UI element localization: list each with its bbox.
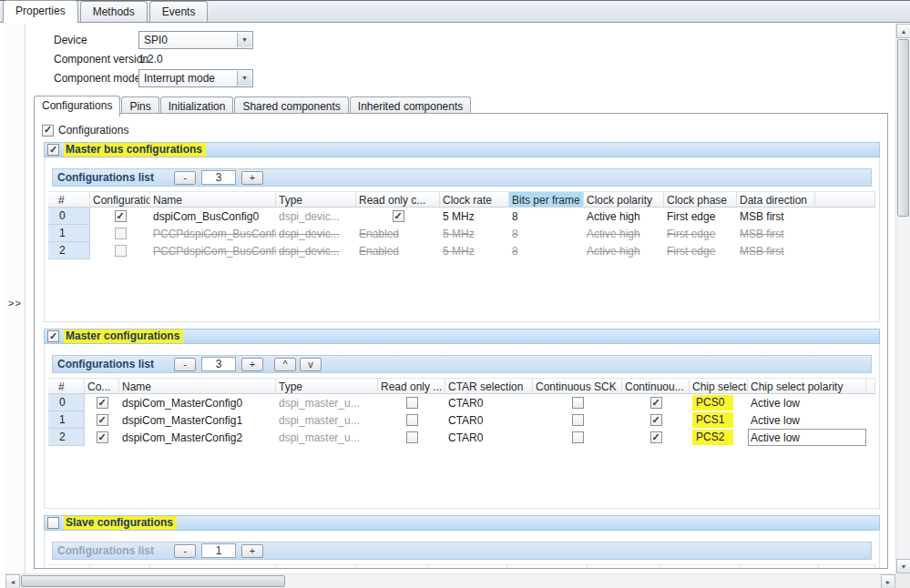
move-up-button[interactable]: ^ (274, 358, 296, 371)
read-only-checkbox[interactable] (393, 210, 404, 222)
master-bus-checkbox[interactable] (47, 144, 59, 156)
column-header[interactable]: Bits per frame (429, 565, 507, 569)
column-header[interactable]: Chip select polarity (748, 379, 866, 393)
cell-chip-select-polarity[interactable]: Active low (748, 429, 866, 446)
column-header[interactable]: Chip select (690, 379, 748, 393)
master-bus-section-body: Configurations list - 3 + # Configuratio… (44, 157, 880, 322)
cell-configuration (90, 242, 150, 259)
master-checkbox[interactable] (47, 330, 59, 342)
properties-content: Device SPI0 ▼ Component version 1.2.0 Co… (26, 24, 895, 573)
column-header[interactable]: Clock polarity (507, 565, 588, 569)
read-only-checkbox[interactable] (406, 414, 418, 426)
row-enabled-checkbox[interactable] (97, 414, 108, 426)
column-header[interactable]: Co... (85, 379, 119, 393)
column-header[interactable]: Type (276, 379, 378, 393)
column-header[interactable]: Clock polarity (584, 192, 664, 207)
component-mode-combobox[interactable]: Interrupt mode ▼ (138, 69, 253, 87)
column-header[interactable]: Type (276, 565, 356, 569)
column-header[interactable]: Configuration (90, 192, 150, 207)
add-config-button[interactable]: + (241, 171, 263, 185)
component-mode-value: Interrupt mode (144, 72, 215, 85)
column-header[interactable]: Name (150, 192, 276, 207)
cell-type: dspi_devic... (276, 225, 356, 242)
column-header[interactable]: CTAR selection (445, 379, 533, 393)
read-only-checkbox[interactable] (406, 431, 418, 443)
remove-config-button[interactable]: - (174, 171, 196, 185)
cell-bits-per-frame: 8 (509, 242, 584, 259)
config-count-field[interactable]: 3 (201, 357, 236, 371)
tab-events[interactable]: Events (149, 1, 209, 23)
scroll-left-icon[interactable]: ◄ (5, 574, 20, 588)
config-count-field[interactable]: 1 (201, 543, 236, 558)
configurations-checkbox[interactable] (42, 125, 54, 137)
device-combobox[interactable]: SPI0 ▼ (138, 31, 253, 49)
column-header[interactable]: Continuous SCK (533, 379, 622, 393)
tab-configurations-label: Configurations (42, 99, 112, 112)
remove-config-button[interactable]: - (174, 358, 196, 371)
continuous-sck-checkbox[interactable] (572, 431, 584, 443)
table-row[interactable]: 0 dspiCom_MasterConfig0 dspi_master_u...… (48, 394, 875, 411)
master-bus-section-header: Master bus configurations (44, 142, 880, 157)
add-config-button[interactable]: + (241, 358, 263, 371)
row-enabled-checkbox[interactable] (97, 397, 108, 409)
column-header[interactable]: Type (276, 192, 356, 207)
chevron-down-icon[interactable]: ▼ (237, 71, 251, 86)
column-header[interactable]: Continuou... (622, 379, 690, 393)
tab-configurations[interactable]: Configurations (34, 96, 120, 117)
row-enabled-checkbox[interactable] (97, 431, 108, 443)
column-header[interactable]: Read only ... (356, 565, 429, 569)
tab-properties[interactable]: Properties (3, 0, 78, 23)
column-header[interactable]: # (48, 379, 85, 393)
table-row[interactable]: 1 PCCPdspiCom_BusConfig1 dspi_devic... E… (48, 225, 875, 242)
column-header-selected[interactable]: Bits per frame (509, 192, 584, 207)
column-filler (819, 565, 875, 569)
move-down-button[interactable]: v (300, 358, 322, 371)
column-header[interactable]: Data direction (660, 565, 741, 569)
continuous-checkbox[interactable] (650, 431, 662, 443)
column-header[interactable]: Name (150, 565, 276, 569)
vertical-scroll-thumb[interactable] (897, 39, 909, 217)
scroll-right-icon[interactable]: ► (881, 574, 895, 588)
continuous-sck-checkbox[interactable] (572, 414, 584, 426)
config-count-field[interactable]: 3 (201, 170, 236, 185)
column-header[interactable]: Clock phase (588, 565, 660, 569)
chip-select-value: PCS2 (692, 430, 733, 445)
column-header[interactable]: Clock phase (664, 192, 737, 207)
horizontal-scroll-thumb[interactable] (21, 575, 285, 587)
column-header[interactable]: Read only c... (356, 192, 440, 207)
table-row[interactable]: 2 dspiCom_MasterConfig2 dspi_master_u...… (48, 429, 875, 446)
cell-ctar-selection: CTAR0 (445, 411, 533, 429)
scroll-down-icon[interactable]: ▼ (896, 559, 910, 573)
column-header[interactable]: # (48, 192, 90, 207)
cell-index: 1 (48, 225, 90, 242)
continuous-checkbox[interactable] (650, 397, 662, 409)
column-header[interactable]: Data direction (737, 192, 815, 207)
vertical-scrollbar[interactable]: ▲ ▼ (895, 24, 910, 573)
horizontal-scrollbar[interactable]: ◄ ► (5, 573, 895, 588)
tab-methods[interactable]: Methods (80, 1, 148, 23)
table-row[interactable]: 1 dspiCom_MasterConfig1 dspi_master_u...… (48, 411, 875, 429)
column-header[interactable]: Configuration (90, 565, 150, 569)
continuous-sck-checkbox[interactable] (572, 397, 584, 409)
column-header[interactable]: Clock rate (440, 192, 509, 207)
row-enabled-checkbox[interactable] (115, 210, 127, 222)
row-enabled-checkbox[interactable] (115, 228, 127, 239)
table-row[interactable]: 0 dspiCom_BusConfig0 dspi_devic... 5 MHz… (48, 208, 875, 225)
expand-rail-button[interactable]: >> (6, 297, 24, 311)
row-enabled-checkbox[interactable] (115, 245, 127, 257)
scroll-up-icon[interactable]: ▲ (896, 24, 910, 38)
remove-config-button[interactable]: - (174, 544, 196, 558)
slave-checkbox[interactable] (47, 517, 59, 529)
cell-configuration (85, 394, 119, 411)
add-config-button[interactable]: + (241, 544, 263, 558)
table-row[interactable]: 2 PCCPdspiCom_BusConfig2 dspi_devic... E… (48, 242, 875, 259)
read-only-checkbox[interactable] (406, 397, 418, 409)
column-header[interactable]: Data pattern (741, 565, 819, 569)
column-header[interactable]: Read only ... (378, 379, 445, 393)
column-header[interactable]: # (48, 565, 90, 569)
chevron-down-icon[interactable]: ▼ (237, 33, 251, 47)
cell-configuration (85, 411, 119, 429)
column-header[interactable]: Name (119, 379, 276, 393)
continuous-checkbox[interactable] (650, 414, 662, 426)
cell-read-only: Enabled (356, 242, 440, 259)
